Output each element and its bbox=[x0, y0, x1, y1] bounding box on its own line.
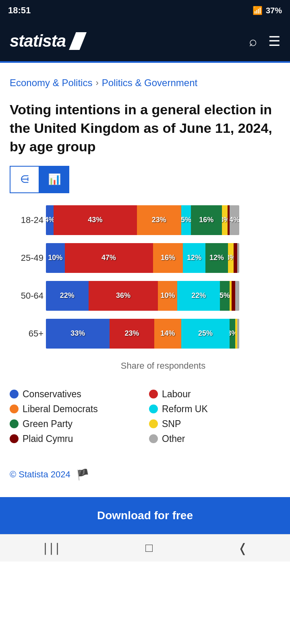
breadcrumb-area: Economy & Politics › Politics & Governme… bbox=[0, 63, 290, 93]
legend-label: SNP bbox=[162, 419, 181, 429]
battery-text: 37% bbox=[266, 6, 282, 15]
nav-home-icon[interactable]: □ bbox=[145, 541, 153, 555]
copyright-text: © Statista 2024 bbox=[10, 469, 70, 480]
legend-dot bbox=[10, 405, 19, 413]
bar-segment-green: 3% bbox=[230, 319, 235, 349]
menu-icon[interactable]: ☰ bbox=[268, 33, 280, 49]
bar-segment-green: 12% bbox=[205, 243, 228, 273]
bar-segment-plaidcymru bbox=[234, 243, 237, 273]
chart-view-button[interactable]: 📊 bbox=[39, 166, 69, 193]
bar-segment-snp: 3% bbox=[222, 205, 228, 235]
footer-area: © Statista 2024 🏴 bbox=[0, 452, 290, 489]
download-button[interactable]: Download for free bbox=[0, 497, 290, 534]
bar-segment-other bbox=[235, 281, 239, 311]
legend-label: Labour bbox=[162, 389, 191, 400]
chart-inner: 18-244%43%23%5%16%3%4%25-4910%47%16%12%1… bbox=[10, 201, 280, 357]
legend-label: Plaid Cymru bbox=[23, 433, 73, 444]
bar-row: 33%23%14%25%3% bbox=[46, 319, 239, 349]
legend-dot bbox=[149, 405, 158, 413]
legend-dot bbox=[149, 419, 158, 428]
bar-row: 4%43%23%5%16%3%4% bbox=[46, 205, 239, 235]
nav-back-icon[interactable]: ∣∣∣ bbox=[42, 541, 60, 555]
bar-segment-conservatives: 10% bbox=[46, 243, 65, 273]
grid-view-button[interactable]: ⋳ bbox=[10, 166, 39, 193]
bar-segment-reformuk: 12% bbox=[183, 243, 205, 273]
time: 18:51 bbox=[8, 5, 31, 16]
legend-dot bbox=[149, 390, 158, 398]
legend-label: Reform UK bbox=[162, 404, 208, 415]
search-icon[interactable]: ⌕ bbox=[249, 33, 257, 49]
legend-item: Liberal Democrats bbox=[10, 404, 141, 415]
header: statista ⌕ ☰ bbox=[0, 21, 290, 61]
bar-segment-reformuk: 22% bbox=[177, 281, 220, 311]
breadcrumb-link-economy[interactable]: Economy & Politics bbox=[10, 77, 92, 89]
bar-segment-conservatives: 22% bbox=[46, 281, 89, 311]
x-axis-label: Share of respondents bbox=[10, 357, 280, 371]
page-title: Voting intentions in a general election … bbox=[10, 101, 280, 156]
bar-age-label: 25-49 bbox=[11, 253, 44, 263]
wifi-icon: 📶 bbox=[253, 6, 263, 15]
bar-segment-green: 16% bbox=[191, 205, 222, 235]
bar-segment-libdems: 16% bbox=[153, 243, 183, 273]
nav-bar: ∣∣∣ □ ❬ bbox=[0, 534, 290, 561]
bar-segment-labour: 47% bbox=[65, 243, 153, 273]
title-area: Voting intentions in a general election … bbox=[0, 93, 290, 166]
bar-group: 18-244%43%23%5%16%3%4% bbox=[46, 205, 280, 235]
legend-item: Plaid Cymru bbox=[10, 433, 141, 444]
legend-item: Other bbox=[149, 433, 280, 444]
bar-group: 65+33%23%14%25%3% bbox=[46, 319, 280, 349]
bar-row: 10%47%16%12%12%3% bbox=[46, 243, 239, 273]
bar-row: 22%36%10%22%5% bbox=[46, 281, 239, 311]
legend-dot bbox=[10, 434, 19, 443]
legend-dot bbox=[10, 390, 19, 398]
legend-label: Liberal Democrats bbox=[23, 404, 98, 415]
logo[interactable]: statista bbox=[10, 31, 87, 51]
flag-icon: 🏴 bbox=[76, 469, 89, 481]
status-bar: 18:51 📶 37% bbox=[0, 0, 290, 21]
bar-segment-other: 4% bbox=[230, 205, 239, 235]
bar-segment-snp: 3% bbox=[228, 243, 234, 273]
bar-segment-labour: 23% bbox=[110, 319, 154, 349]
bar-group: 50-6422%36%10%22%5% bbox=[46, 281, 280, 311]
bar-segment-libdems: 23% bbox=[137, 205, 181, 235]
bar-segment-labour: 36% bbox=[89, 281, 158, 311]
bar-segment-conservatives: 4% bbox=[46, 205, 54, 235]
logo-text: statista bbox=[10, 31, 66, 51]
chart-container: 18-244%43%23%5%16%3%4%25-4910%47%16%12%1… bbox=[0, 201, 290, 371]
breadcrumb-separator: › bbox=[95, 78, 98, 88]
bar-age-label: 65+ bbox=[11, 328, 44, 339]
legend-label: Other bbox=[162, 433, 185, 444]
breadcrumb-link-politics[interactable]: Politics & Government bbox=[102, 77, 197, 89]
nav-recent-icon[interactable]: ❬ bbox=[238, 541, 248, 555]
legend: ConservativesLabourLiberal DemocratsRefo… bbox=[0, 379, 290, 452]
bar-segment-reformuk: 25% bbox=[181, 319, 230, 349]
bar-segment-reformuk: 5% bbox=[181, 205, 191, 235]
bar-segment-green: 5% bbox=[220, 281, 230, 311]
bar-segment-libdems: 14% bbox=[154, 319, 181, 349]
bar-segment-libdems: 10% bbox=[158, 281, 177, 311]
bar-segment-other bbox=[237, 319, 239, 349]
legend-item: SNP bbox=[149, 419, 280, 429]
legend-item: Green Party bbox=[10, 419, 141, 429]
legend-item: Reform UK bbox=[149, 404, 280, 415]
legend-label: Conservatives bbox=[23, 389, 81, 400]
bar-group: 25-4910%47%16%12%12%3% bbox=[46, 243, 280, 273]
breadcrumb: Economy & Politics › Politics & Governme… bbox=[10, 77, 280, 89]
bar-segment-plaidcymru bbox=[232, 281, 236, 311]
chart-icon: 📊 bbox=[48, 173, 61, 186]
logo-icon bbox=[69, 32, 87, 50]
bar-segment-labour: 43% bbox=[54, 205, 137, 235]
legend-dot bbox=[10, 419, 19, 428]
bar-age-label: 50-64 bbox=[11, 291, 44, 301]
bar-segment-other bbox=[237, 243, 239, 273]
bar-age-label: 18-24 bbox=[11, 215, 44, 225]
legend-dot bbox=[149, 434, 158, 443]
legend-label: Green Party bbox=[23, 419, 72, 429]
view-toggle: ⋳ 📊 bbox=[0, 166, 290, 201]
legend-item: Conservatives bbox=[10, 389, 141, 400]
legend-item: Labour bbox=[149, 389, 280, 400]
grid-icon: ⋳ bbox=[20, 173, 29, 186]
bar-segment-conservatives: 33% bbox=[46, 319, 110, 349]
